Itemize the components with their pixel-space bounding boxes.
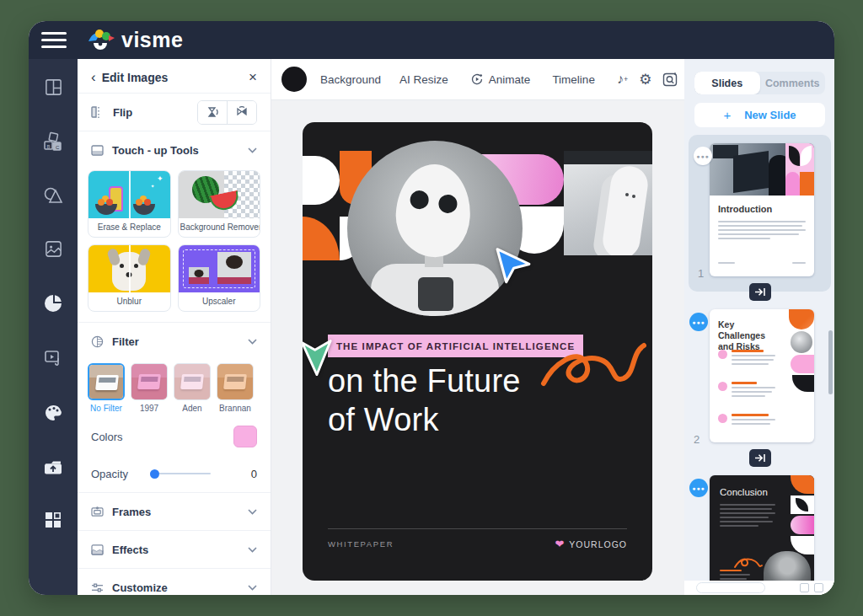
tab-slides[interactable]: Slides — [694, 72, 760, 94]
customize-section[interactable]: Customize — [78, 568, 271, 595]
filter-header[interactable]: Filter — [78, 322, 271, 360]
robot-circle-photo[interactable] — [347, 141, 523, 316]
effects-section[interactable]: Effects — [78, 530, 271, 568]
new-slide-button[interactable]: + New Slide — [694, 103, 825, 127]
flip-horizontal-button[interactable] — [227, 101, 256, 124]
card-label: Erase & Replace — [88, 218, 170, 237]
background-remover-card[interactable]: Background Remover — [178, 170, 261, 238]
slide-thumbnail-1[interactable]: Introduction — [710, 143, 814, 276]
slide-row-1[interactable]: ●●● Introduction 1 — [689, 135, 831, 292]
slide-title[interactable]: on the Future of Work — [328, 362, 521, 440]
photos-icon[interactable] — [44, 239, 63, 259]
top-bar: visme — [29, 21, 834, 59]
timeline-button[interactable]: Timeline — [552, 73, 595, 86]
media-icon[interactable] — [43, 348, 63, 368]
tab-comments[interactable]: Comments — [760, 72, 826, 94]
svg-text:B: B — [47, 144, 51, 149]
filter-brannan[interactable]: Brannan — [217, 363, 254, 413]
slide-number: 1 — [698, 267, 704, 280]
card-label: Unblur — [88, 292, 170, 311]
background-color-swatch[interactable] — [281, 67, 307, 92]
colors-row: Colors — [78, 418, 271, 455]
whitepaper-label: WHITEPAPER — [328, 539, 394, 549]
deco-shape — [791, 355, 814, 373]
frames-section[interactable]: Frames — [78, 492, 271, 530]
text-line — [792, 262, 806, 264]
slider-knob[interactable] — [150, 469, 159, 479]
visme-logo-icon — [87, 28, 115, 53]
chevron-down-icon — [248, 147, 257, 153]
slide-menu-icon[interactable]: ●●● — [689, 479, 708, 497]
preview-zoom-icon[interactable] — [662, 72, 678, 87]
scrollbar[interactable] — [828, 330, 833, 394]
filter-option-label: 1997 — [131, 404, 168, 413]
animate-button[interactable]: Animate — [489, 73, 531, 86]
divider — [129, 171, 131, 218]
ai-resize-button[interactable]: AI Resize — [399, 73, 448, 86]
background-button[interactable]: Background — [320, 73, 381, 86]
data-pie-icon[interactable] — [43, 293, 63, 313]
audio-add-icon[interactable]: ♪+ — [617, 72, 628, 87]
thumb-list-item — [718, 414, 777, 427]
deco-shape — [785, 143, 814, 196]
grid-view-icon[interactable] — [800, 583, 809, 592]
svg-text:C: C — [56, 145, 60, 150]
blue-cursor-icon — [491, 245, 535, 289]
slide-thumbnail-3[interactable]: Conclusion — [710, 475, 814, 595]
slide-row-3[interactable]: ●●● Conclusion — [684, 467, 834, 595]
robot-side-photo — [564, 151, 652, 255]
canvas-area[interactable]: THE IMPACT OF ARTIFICIAL INTELLIGENCE on… — [271, 100, 684, 595]
flip-label: Flip — [113, 106, 132, 119]
footer-pill-button[interactable] — [696, 582, 765, 593]
deco-shape — [95, 204, 117, 215]
flip-button-group — [197, 100, 257, 125]
green-cursor-icon — [303, 336, 338, 378]
text-placeholder-lines — [720, 504, 775, 529]
filter-no-filter[interactable]: No Filter — [88, 363, 125, 413]
touch-up-icon — [91, 145, 104, 156]
theme-palette-icon[interactable] — [43, 403, 63, 423]
filter-1997[interactable]: 1997 — [131, 363, 168, 413]
touch-up-tools-header[interactable]: Touch - up Tools — [78, 131, 271, 169]
left-rail: BC — [29, 59, 78, 595]
frames-icon — [91, 506, 104, 517]
slide-canvas[interactable]: THE IMPACT OF ARTIFICIAL INTELLIGENCE on… — [303, 122, 652, 581]
slide-number: 2 — [694, 433, 700, 446]
thumb-title: Key Challenges and Risks — [718, 319, 782, 352]
slide-menu-icon[interactable]: ●●● — [689, 313, 708, 331]
transition-button[interactable] — [749, 449, 771, 467]
apps-grid-icon[interactable] — [44, 511, 62, 529]
abc-blocks-icon[interactable]: BC — [43, 131, 63, 152]
upscaler-card[interactable]: Upscaler — [178, 244, 261, 312]
filter-aden[interactable]: Aden — [174, 363, 211, 413]
layout-icon[interactable] — [44, 78, 63, 97]
slide-row-2[interactable]: ●●● Key Challenges and Risks — [684, 301, 834, 458]
divider — [328, 528, 627, 529]
slide-menu-icon[interactable]: ●●● — [694, 147, 712, 165]
opacity-slider[interactable] — [150, 469, 211, 479]
slide-thumbnail-2[interactable]: Key Challenges and Risks — [710, 309, 814, 442]
thumb-title: Introduction — [718, 204, 772, 214]
back-icon[interactable]: ‹ — [91, 70, 96, 84]
transition-button[interactable] — [749, 283, 771, 301]
close-icon[interactable]: × — [249, 70, 257, 84]
shapes-icon[interactable] — [43, 186, 63, 205]
plus-icon: + — [723, 108, 731, 122]
squiggle-decoration — [537, 338, 646, 400]
visme-logo[interactable]: visme — [87, 28, 183, 53]
background-remover-preview — [179, 171, 260, 218]
touch-up-cards: ✦ ✦ Erase & Replace Background Remover — [78, 169, 271, 322]
expand-icon[interactable] — [814, 583, 823, 592]
unblur-card[interactable]: Unblur — [88, 244, 171, 312]
filter-options: No Filter 1997 Aden Brannan — [78, 360, 271, 418]
uploads-folder-icon[interactable] — [43, 458, 63, 476]
deco-shape — [303, 156, 340, 205]
color-swatch[interactable] — [233, 426, 257, 447]
sparkle-icon: ✦ — [157, 174, 163, 183]
customize-icon — [91, 582, 104, 593]
settings-gear-icon[interactable]: ⚙ — [639, 71, 651, 88]
flip-vertical-button[interactable] — [198, 101, 227, 124]
section-label: Effects — [112, 544, 148, 556]
erase-replace-card[interactable]: ✦ ✦ Erase & Replace — [88, 170, 171, 238]
hamburger-menu-icon[interactable] — [41, 28, 67, 52]
